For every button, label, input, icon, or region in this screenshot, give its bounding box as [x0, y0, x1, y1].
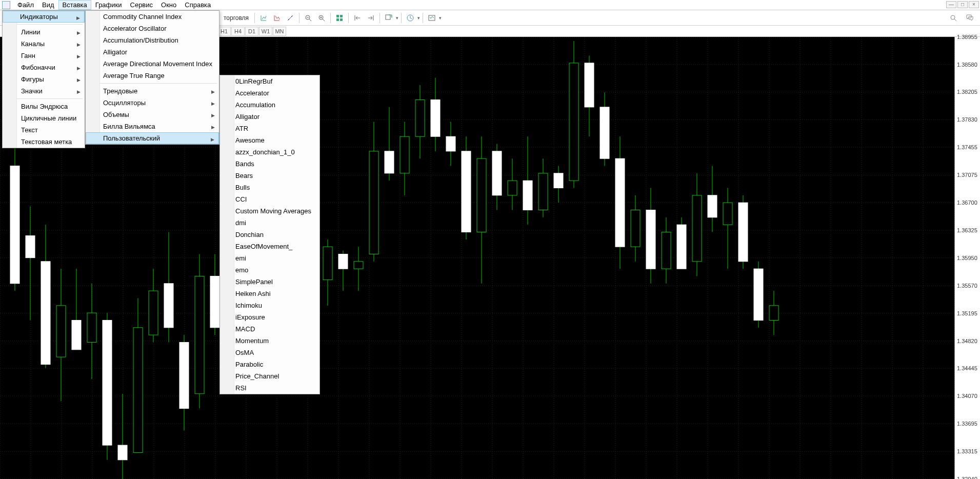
minimize-button[interactable]: — [946, 1, 956, 8]
indicators-menu-item-0[interactable]: Commodity Channel Index [86, 11, 219, 23]
custom-menu-item-15[interactable]: emi [220, 252, 319, 264]
insert-menu-item-3[interactable]: Каналы [3, 38, 85, 50]
toolbar-scroll-right-button[interactable] [365, 12, 377, 24]
custom-menu-item-8[interactable]: Bears [220, 170, 319, 182]
insert-menu-item-5[interactable]: Фибоначчи [3, 62, 85, 73]
custom-menu-item-9[interactable]: Bulls [220, 182, 319, 193]
app-icon [2, 1, 10, 9]
timeframe-H4[interactable]: H4 [231, 27, 245, 36]
custom-menu-item-23[interactable]: OsMA [220, 347, 319, 358]
custom-menu-item-0[interactable]: 0LinRegrBuf [220, 75, 319, 87]
indicators-menu-item-2[interactable]: Accumulation/Distribution [86, 34, 219, 46]
menu-графики[interactable]: Графики [91, 0, 126, 10]
toolbar-grid-button[interactable] [333, 12, 346, 24]
svg-rect-11 [429, 15, 435, 21]
y-axis-label: 1.38580 [957, 62, 977, 68]
toolbar-btn-1[interactable] [257, 12, 270, 24]
custom-menu-item-13[interactable]: Donchian [220, 229, 319, 241]
candle [400, 136, 409, 173]
toolbar-label: торговля [221, 14, 252, 22]
menu-вставка[interactable]: Вставка [58, 0, 91, 10]
candle [615, 158, 625, 247]
custom-menu-item-21[interactable]: MACD [220, 323, 319, 335]
indicators-menu-item-8[interactable]: Осцилляторы [86, 97, 219, 109]
custom-menu-item-3[interactable]: Alligator [220, 111, 319, 123]
chat-icon[interactable] [964, 12, 976, 24]
toolbar-btn-2[interactable] [271, 12, 283, 24]
y-axis-label: 1.37075 [957, 172, 977, 178]
custom-menu-item-1[interactable]: Accelerator [220, 87, 319, 99]
custom-menu-item-14[interactable]: EaseOfMovement_ [220, 241, 319, 252]
indicators-menu-item-5[interactable]: Average True Range [86, 70, 219, 82]
custom-menu-item-5[interactable]: Awesome [220, 134, 319, 146]
candle [431, 100, 440, 137]
maximize-button[interactable]: □ [957, 1, 968, 8]
toolbar-btn-3[interactable] [284, 12, 296, 24]
svg-point-12 [951, 15, 955, 19]
search-icon[interactable] [947, 12, 959, 24]
indicators-menu-item-11[interactable]: Пользовательский [86, 132, 219, 144]
custom-menu-item-25[interactable]: Price_Channel [220, 370, 319, 382]
indicators-menu-item-7[interactable]: Трендовые [86, 85, 219, 97]
y-axis-label: 1.35950 [957, 255, 977, 261]
custom-menu-item-10[interactable]: CCI [220, 193, 319, 205]
custom-menu-item-6[interactable]: azzx_donchian_1_0 [220, 146, 319, 158]
svg-point-0 [288, 19, 289, 20]
custom-menu-item-22[interactable]: Momentum [220, 335, 319, 347]
insert-menu-item-0[interactable]: Индикаторы [3, 11, 85, 23]
svg-point-1 [291, 16, 292, 17]
menu-вид[interactable]: Вид [38, 0, 58, 10]
candle [692, 195, 702, 262]
menu-справка[interactable]: Справка [181, 0, 215, 10]
custom-menu-item-7[interactable]: Bands [220, 158, 319, 170]
custom-menu-item-19[interactable]: Ichimoku [220, 300, 319, 311]
timeframe-D1[interactable]: D1 [245, 27, 258, 36]
menu-окно[interactable]: Окно [157, 0, 181, 10]
candle [354, 262, 363, 269]
toolbar-template-button[interactable] [426, 12, 438, 24]
custom-menu-item-17[interactable]: SimplePanel [220, 276, 319, 288]
candle [662, 232, 671, 269]
insert-menu-item-6[interactable]: Фигуры [3, 73, 85, 85]
custom-menu-item-24[interactable]: Parabolic [220, 358, 319, 370]
indicators-menu-item-4[interactable]: Average Directional Movement Index [86, 58, 219, 70]
insert-menu-item-10[interactable]: Цикличные линии [3, 112, 85, 124]
candle [492, 151, 502, 195]
candle [708, 195, 717, 217]
indicators-menu-item-3[interactable]: Alligator [86, 46, 219, 58]
insert-menu-item-2[interactable]: Линии [3, 26, 85, 38]
svg-rect-6 [336, 18, 339, 21]
toolbar-period-button[interactable] [404, 12, 416, 24]
candle [103, 320, 112, 445]
candle [179, 342, 189, 408]
insert-menu-item-9[interactable]: Вилы Эндрюса [3, 101, 85, 112]
zoom-out-button[interactable] [302, 12, 314, 24]
toolbar-indicator-button[interactable]: + [383, 12, 395, 24]
custom-menu-item-26[interactable]: RSI [220, 382, 319, 394]
close-button[interactable]: × [969, 1, 979, 8]
custom-menu-item-20[interactable]: iExposure [220, 311, 319, 323]
indicators-menu-item-9[interactable]: Объемы [86, 109, 219, 121]
custom-menu-item-2[interactable]: Accumulation [220, 99, 319, 111]
menu-файл[interactable]: Файл [13, 0, 38, 10]
candle [210, 276, 219, 327]
custom-menu-item-11[interactable]: Custom Moving Averages [220, 205, 319, 217]
zoom-in-button[interactable] [315, 12, 328, 24]
custom-menu-item-12[interactable]: dmi [220, 217, 319, 229]
custom-menu-item-18[interactable]: Heiken Ashi [220, 288, 319, 300]
insert-menu-item-11[interactable]: ТекстA [3, 124, 85, 136]
candle [118, 445, 127, 460]
y-axis-label: 1.34445 [957, 365, 977, 371]
y-axis-label: 1.35195 [957, 310, 977, 316]
timeframe-W1[interactable]: W1 [259, 27, 272, 36]
timeframe-MN[interactable]: MN [273, 27, 286, 36]
indicators-menu-item-1[interactable]: Accelerator Oscillator [86, 23, 219, 34]
indicators-menu-item-10[interactable]: Билла Вильямса [86, 121, 219, 132]
custom-menu-item-4[interactable]: ATR [220, 123, 319, 134]
menu-сервис[interactable]: Сервис [126, 0, 157, 10]
custom-menu-item-16[interactable]: emo [220, 264, 319, 276]
insert-menu-item-4[interactable]: Ганн [3, 50, 85, 62]
toolbar-scroll-left-button[interactable] [351, 12, 364, 24]
insert-menu-item-12[interactable]: Текстовая меткаT [3, 136, 85, 148]
insert-menu-item-7[interactable]: Значки [3, 85, 85, 97]
